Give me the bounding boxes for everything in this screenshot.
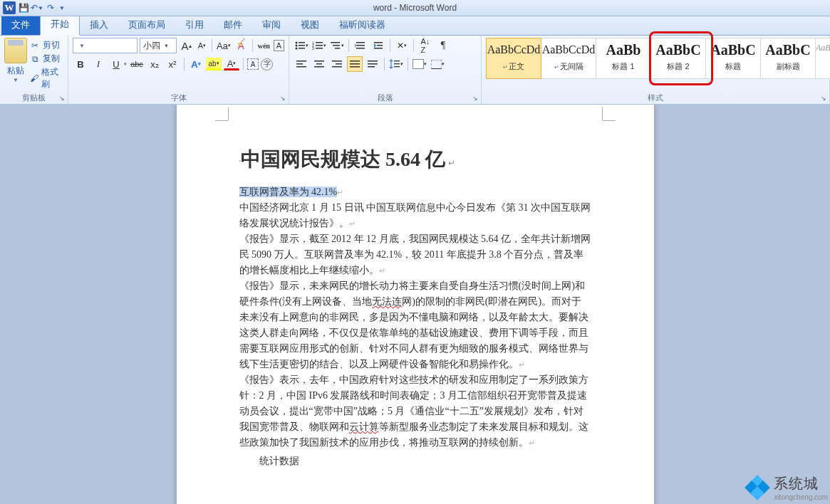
- svg-rect-25: [316, 63, 322, 65]
- qat-redo-button[interactable]: ↷: [45, 2, 56, 14]
- show-marks-button[interactable]: ¶: [435, 38, 451, 53]
- svg-rect-17: [356, 48, 365, 49]
- article-para-1[interactable]: 中国经济网北京 1 月 15 日讯 中国互联网信息中心今日发布《第 31 次中国…: [239, 200, 591, 231]
- font-name-combo[interactable]: ▼: [73, 38, 138, 53]
- svg-point-2: [296, 45, 298, 47]
- tab-page-layout[interactable]: 页面布局: [118, 15, 175, 35]
- clear-formatting-button[interactable]: A🧹: [234, 38, 249, 53]
- quick-access-toolbar: W 💾 ↶▼ ↷ ▼: [0, 1, 66, 14]
- italic-button[interactable]: I: [90, 56, 106, 72]
- word-app-icon[interactable]: W: [3, 1, 16, 14]
- article-footer-line[interactable]: 统计数据: [239, 453, 591, 469]
- align-distribute-button[interactable]: [365, 56, 380, 72]
- align-right-button[interactable]: [329, 56, 345, 72]
- article-para-4[interactable]: 《报告》表示，去年，中国政府针对这些技术的研发和应用制定了一系列政策方针：2 月…: [239, 372, 591, 451]
- tab-mailings[interactable]: 邮件: [214, 15, 252, 35]
- clipboard-dialog-launcher[interactable]: ↘: [58, 94, 66, 103]
- style-heading2[interactable]: AaBbC 标题 2: [650, 38, 706, 79]
- change-case-button[interactable]: Aa▾: [216, 38, 232, 53]
- watermark-url: xitongcheng.com: [774, 493, 828, 501]
- svg-rect-11: [316, 48, 323, 49]
- svg-rect-22: [296, 63, 303, 65]
- tab-home[interactable]: 开始: [40, 14, 80, 36]
- file-tab[interactable]: 文件: [1, 15, 40, 35]
- grow-font-button[interactable]: A▴: [179, 38, 194, 53]
- bullets-button[interactable]: ▾: [294, 38, 309, 53]
- article-title[interactable]: ·中国网民规模达 5.64 亿↵: [239, 146, 591, 173]
- font-dialog-launcher[interactable]: ↘: [279, 94, 287, 103]
- paragraph-dialog-launcher[interactable]: ↘: [471, 94, 479, 103]
- tab-insert[interactable]: 插入: [80, 15, 118, 35]
- align-left-button[interactable]: [294, 56, 309, 72]
- cut-button[interactable]: ✂剪切: [30, 39, 63, 51]
- align-center-button[interactable]: [311, 56, 327, 72]
- undo-icon: ↶: [31, 3, 38, 13]
- group-font: ▼ 小四▼ A▴ A▾ Aa▾ A🧹 wén A B I U▾ abc x₂ x…: [68, 36, 289, 104]
- underline-button[interactable]: U: [108, 56, 124, 72]
- svg-rect-34: [368, 63, 378, 65]
- scissors-icon: ✂: [30, 41, 40, 51]
- window-title: word - Microsoft Word: [373, 3, 457, 13]
- font-size-combo[interactable]: 小四▼: [140, 38, 177, 53]
- multilevel-list-button[interactable]: ▾: [329, 38, 345, 53]
- svg-rect-15: [356, 42, 365, 43]
- svg-rect-24: [314, 61, 324, 62]
- qat-customize-dropdown[interactable]: ▼: [58, 2, 66, 14]
- line-spacing-button[interactable]: ▾: [388, 56, 404, 72]
- paste-button[interactable]: 粘贴 ▼: [4, 38, 27, 90]
- numbering-button[interactable]: 123▾: [311, 38, 327, 53]
- svg-rect-31: [350, 63, 360, 65]
- article-para-2[interactable]: 《报告》显示，截至 2012 年 12 月底，我国网民规模达 5.64 亿，全年…: [239, 231, 591, 278]
- document-page[interactable]: ·中国网民规模达 5.64 亿↵ 互联网普及率为 42.1%↵ 中国经济网北京 …: [177, 105, 654, 504]
- svg-point-4: [296, 48, 298, 50]
- strikethrough-button[interactable]: abc: [129, 56, 145, 72]
- decrease-indent-button[interactable]: [353, 38, 368, 53]
- ribbon: 粘贴 ▼ ✂剪切 ⧉复制 🖌格式刷 剪贴板 ↘ ▼ 小四▼ A▴ A▾ Aa▾ …: [0, 36, 830, 105]
- style-no-spacing[interactable]: AaBbCcDd ↵无间隔: [541, 38, 596, 79]
- tab-references[interactable]: 引用: [175, 15, 214, 35]
- tab-review[interactable]: 审阅: [252, 15, 291, 35]
- ribbon-tabs: 文件 开始 插入 页面布局 引用 邮件 审阅 视图 福昕阅读器: [0, 16, 830, 36]
- document-area[interactable]: ·中国网民规模达 5.64 亿↵ 互联网普及率为 42.1%↵ 中国经济网北京 …: [0, 105, 830, 504]
- bold-button[interactable]: B: [73, 56, 88, 72]
- shrink-font-button[interactable]: A▾: [196, 38, 208, 53]
- phonetic-guide-button[interactable]: wén: [256, 38, 271, 53]
- subscript-button[interactable]: x₂: [147, 56, 162, 72]
- group-label-paragraph: 段落: [294, 91, 477, 104]
- redo-icon: ↷: [46, 3, 56, 13]
- style-subtitle[interactable]: AaBbC 副标题: [760, 38, 816, 79]
- shading-button[interactable]: ▾: [412, 56, 427, 72]
- borders-button[interactable]: ▾: [430, 56, 445, 72]
- font-color-button[interactable]: A▾: [224, 58, 239, 70]
- text-effects-button[interactable]: A▾: [188, 56, 204, 72]
- style-more-preview[interactable]: AaB: [815, 38, 830, 79]
- article-para-3[interactable]: 《报告》显示，未来网民的增长动力将主要来自受自身生活习惯(没时间上网)和硬件条件…: [239, 278, 591, 372]
- svg-rect-5: [299, 48, 305, 49]
- svg-rect-9: [316, 45, 323, 46]
- sort-button[interactable]: A↓Z: [417, 38, 433, 53]
- qat-save-button[interactable]: 💾: [18, 2, 29, 14]
- highlight-button[interactable]: ab▾: [206, 58, 222, 70]
- styles-gallery: AaBbCcDd ↵正文 AaBbCcDd ↵无间隔 AaBb 标题 1 AaB…: [486, 38, 815, 79]
- align-justify-button[interactable]: [347, 56, 363, 72]
- enclose-char-button[interactable]: 字: [261, 58, 273, 70]
- tab-view[interactable]: 视图: [291, 15, 329, 35]
- style-normal[interactable]: AaBbCcDd ↵正文: [486, 38, 541, 79]
- selected-text: 互联网普及率为 42.1%: [239, 187, 338, 197]
- char-border-button[interactable]: A: [274, 40, 284, 51]
- svg-rect-32: [350, 66, 360, 68]
- article-subtitle[interactable]: 互联网普及率为 42.1%↵: [239, 184, 591, 200]
- char-shading-button[interactable]: A: [247, 58, 259, 70]
- tab-foxit-reader[interactable]: 福昕阅读器: [329, 15, 395, 35]
- group-clipboard: 粘贴 ▼ ✂剪切 ⧉复制 🖌格式刷 剪贴板 ↘: [0, 36, 68, 104]
- increase-indent-button[interactable]: [370, 38, 386, 53]
- superscript-button[interactable]: x²: [165, 56, 180, 72]
- format-painter-button[interactable]: 🖌格式刷: [30, 66, 63, 90]
- qat-undo-button[interactable]: ↶▼: [31, 2, 43, 14]
- svg-rect-28: [336, 63, 342, 65]
- asian-layout-button[interactable]: ✕▾: [394, 38, 410, 53]
- style-title[interactable]: AaBbC 标题: [705, 38, 761, 79]
- copy-button[interactable]: ⧉复制: [30, 53, 63, 65]
- styles-dialog-launcher[interactable]: ↘: [819, 94, 828, 103]
- style-heading1[interactable]: AaBb 标题 1: [596, 38, 651, 79]
